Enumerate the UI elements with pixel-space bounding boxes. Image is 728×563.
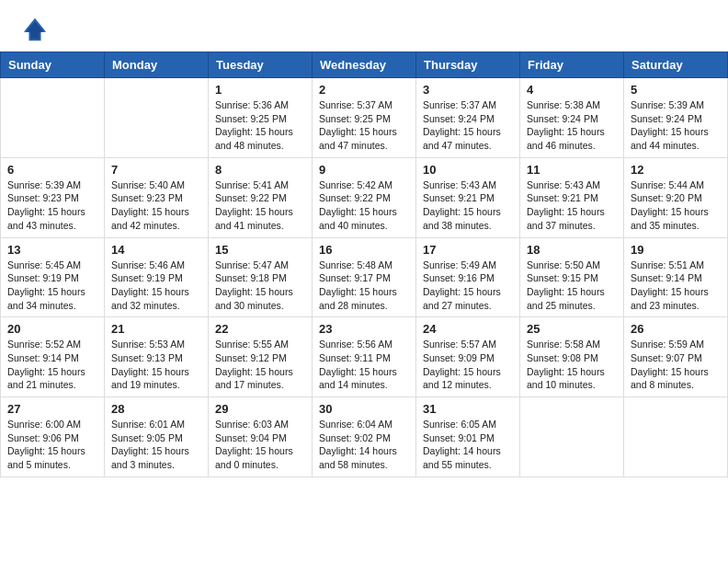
- calendar-cell: 17Sunrise: 5:49 AMSunset: 9:16 PMDayligh…: [416, 237, 520, 317]
- calendar-cell: 9Sunrise: 5:42 AMSunset: 9:22 PMDaylight…: [313, 157, 416, 237]
- calendar-header: SundayMondayTuesdayWednesdayThursdayFrid…: [1, 52, 728, 78]
- day-number: 13: [7, 243, 97, 257]
- day-number: 1: [215, 83, 305, 97]
- cell-info: Sunrise: 5:41 AMSunset: 9:22 PMDaylight:…: [215, 178, 305, 233]
- day-number: 8: [215, 163, 305, 177]
- cell-info: Sunrise: 5:46 AMSunset: 9:19 PMDaylight:…: [111, 259, 201, 313]
- page-header: [0, 0, 728, 52]
- day-number: 10: [423, 163, 513, 177]
- calendar-cell: 1Sunrise: 5:36 AMSunset: 9:25 PMDaylight…: [209, 78, 313, 158]
- cell-info: Sunrise: 5:52 AMSunset: 9:14 PMDaylight:…: [7, 338, 97, 392]
- day-number: 2: [319, 83, 409, 97]
- weekday-header: Monday: [105, 52, 209, 78]
- cell-info: Sunrise: 6:05 AMSunset: 9:01 PMDaylight:…: [423, 418, 513, 472]
- cell-info: Sunrise: 5:43 AMSunset: 9:21 PMDaylight:…: [423, 178, 513, 233]
- day-number: 29: [215, 402, 305, 416]
- day-number: 21: [111, 322, 201, 336]
- calendar-cell: 21Sunrise: 5:53 AMSunset: 9:13 PMDayligh…: [105, 317, 209, 397]
- weekday-header: Wednesday: [313, 52, 416, 78]
- calendar-cell: 3Sunrise: 5:37 AMSunset: 9:24 PMDaylight…: [416, 78, 520, 158]
- day-number: 17: [423, 243, 513, 257]
- calendar-cell: [624, 397, 728, 477]
- day-number: 5: [631, 83, 721, 97]
- day-number: 31: [423, 402, 513, 416]
- calendar-cell: 20Sunrise: 5:52 AMSunset: 9:14 PMDayligh…: [1, 317, 105, 397]
- day-number: 30: [319, 402, 409, 416]
- day-number: 27: [7, 402, 97, 416]
- day-number: 15: [215, 243, 305, 257]
- calendar-cell: 31Sunrise: 6:05 AMSunset: 9:01 PMDayligh…: [416, 397, 520, 477]
- calendar-cell: [520, 397, 624, 477]
- calendar-cell: 7Sunrise: 5:40 AMSunset: 9:23 PMDaylight…: [105, 157, 209, 237]
- cell-info: Sunrise: 5:49 AMSunset: 9:16 PMDaylight:…: [423, 259, 513, 313]
- day-number: 12: [631, 163, 721, 177]
- day-number: 4: [527, 83, 617, 97]
- cell-info: Sunrise: 5:58 AMSunset: 9:08 PMDaylight:…: [527, 338, 617, 392]
- calendar-cell: 22Sunrise: 5:55 AMSunset: 9:12 PMDayligh…: [209, 317, 313, 397]
- calendar-cell: [105, 78, 209, 158]
- cell-info: Sunrise: 5:42 AMSunset: 9:22 PMDaylight:…: [319, 178, 409, 233]
- day-number: 28: [111, 402, 201, 416]
- logo: [22, 17, 51, 42]
- calendar-table: SundayMondayTuesdayWednesdayThursdayFrid…: [0, 52, 728, 477]
- calendar-cell: 29Sunrise: 6:03 AMSunset: 9:04 PMDayligh…: [209, 397, 313, 477]
- cell-info: Sunrise: 5:43 AMSunset: 9:21 PMDaylight:…: [527, 178, 617, 233]
- calendar-cell: 19Sunrise: 5:51 AMSunset: 9:14 PMDayligh…: [624, 237, 728, 317]
- calendar-cell: 27Sunrise: 6:00 AMSunset: 9:06 PMDayligh…: [1, 397, 105, 477]
- cell-info: Sunrise: 5:44 AMSunset: 9:20 PMDaylight:…: [631, 178, 721, 233]
- calendar-cell: 8Sunrise: 5:41 AMSunset: 9:22 PMDaylight…: [209, 157, 313, 237]
- cell-info: Sunrise: 5:48 AMSunset: 9:17 PMDaylight:…: [319, 259, 409, 313]
- cell-info: Sunrise: 5:57 AMSunset: 9:09 PMDaylight:…: [423, 338, 513, 392]
- calendar-cell: 12Sunrise: 5:44 AMSunset: 9:20 PMDayligh…: [624, 157, 728, 237]
- cell-info: Sunrise: 5:59 AMSunset: 9:07 PMDaylight:…: [631, 338, 721, 392]
- cell-info: Sunrise: 6:01 AMSunset: 9:05 PMDaylight:…: [111, 418, 201, 472]
- day-number: 16: [319, 243, 409, 257]
- day-number: 18: [527, 243, 617, 257]
- weekday-header: Thursday: [416, 52, 520, 78]
- calendar-cell: [1, 78, 105, 158]
- weekday-header: Friday: [520, 52, 624, 78]
- cell-info: Sunrise: 5:55 AMSunset: 9:12 PMDaylight:…: [215, 338, 305, 392]
- cell-info: Sunrise: 6:04 AMSunset: 9:02 PMDaylight:…: [319, 418, 409, 472]
- cell-info: Sunrise: 5:51 AMSunset: 9:14 PMDaylight:…: [631, 259, 721, 313]
- cell-info: Sunrise: 5:37 AMSunset: 9:25 PMDaylight:…: [319, 98, 409, 153]
- calendar-cell: 11Sunrise: 5:43 AMSunset: 9:21 PMDayligh…: [520, 157, 624, 237]
- cell-info: Sunrise: 5:56 AMSunset: 9:11 PMDaylight:…: [319, 338, 409, 392]
- day-number: 24: [423, 322, 513, 336]
- weekday-header: Tuesday: [209, 52, 313, 78]
- day-number: 19: [631, 243, 721, 257]
- cell-info: Sunrise: 6:03 AMSunset: 9:04 PMDaylight:…: [215, 418, 305, 472]
- day-number: 22: [215, 322, 305, 336]
- calendar-cell: 13Sunrise: 5:45 AMSunset: 9:19 PMDayligh…: [1, 237, 105, 317]
- svg-marker-1: [26, 22, 45, 40]
- day-number: 11: [527, 163, 617, 177]
- day-number: 20: [7, 322, 97, 336]
- calendar-cell: 15Sunrise: 5:47 AMSunset: 9:18 PMDayligh…: [209, 237, 313, 317]
- calendar-cell: 18Sunrise: 5:50 AMSunset: 9:15 PMDayligh…: [520, 237, 624, 317]
- day-number: 7: [111, 163, 201, 177]
- cell-info: Sunrise: 6:00 AMSunset: 9:06 PMDaylight:…: [7, 418, 97, 472]
- cell-info: Sunrise: 5:36 AMSunset: 9:25 PMDaylight:…: [215, 98, 305, 153]
- calendar-cell: 10Sunrise: 5:43 AMSunset: 9:21 PMDayligh…: [416, 157, 520, 237]
- cell-info: Sunrise: 5:39 AMSunset: 9:23 PMDaylight:…: [7, 178, 97, 233]
- day-number: 14: [111, 243, 201, 257]
- cell-info: Sunrise: 5:37 AMSunset: 9:24 PMDaylight:…: [423, 98, 513, 153]
- calendar-cell: 6Sunrise: 5:39 AMSunset: 9:23 PMDaylight…: [1, 157, 105, 237]
- calendar-cell: 25Sunrise: 5:58 AMSunset: 9:08 PMDayligh…: [520, 317, 624, 397]
- day-number: 6: [7, 163, 97, 177]
- day-number: 9: [319, 163, 409, 177]
- calendar-cell: 5Sunrise: 5:39 AMSunset: 9:24 PMDaylight…: [624, 78, 728, 158]
- calendar-cell: 16Sunrise: 5:48 AMSunset: 9:17 PMDayligh…: [313, 237, 416, 317]
- calendar-cell: 26Sunrise: 5:59 AMSunset: 9:07 PMDayligh…: [624, 317, 728, 397]
- cell-info: Sunrise: 5:50 AMSunset: 9:15 PMDaylight:…: [527, 259, 617, 313]
- calendar-cell: 24Sunrise: 5:57 AMSunset: 9:09 PMDayligh…: [416, 317, 520, 397]
- calendar-cell: 30Sunrise: 6:04 AMSunset: 9:02 PMDayligh…: [313, 397, 416, 477]
- cell-info: Sunrise: 5:53 AMSunset: 9:13 PMDaylight:…: [111, 338, 201, 392]
- weekday-header: Sunday: [1, 52, 105, 78]
- day-number: 25: [527, 322, 617, 336]
- calendar-cell: 14Sunrise: 5:46 AMSunset: 9:19 PMDayligh…: [105, 237, 209, 317]
- cell-info: Sunrise: 5:40 AMSunset: 9:23 PMDaylight:…: [111, 178, 201, 233]
- day-number: 26: [631, 322, 721, 336]
- day-number: 3: [423, 83, 513, 97]
- cell-info: Sunrise: 5:47 AMSunset: 9:18 PMDaylight:…: [215, 259, 305, 313]
